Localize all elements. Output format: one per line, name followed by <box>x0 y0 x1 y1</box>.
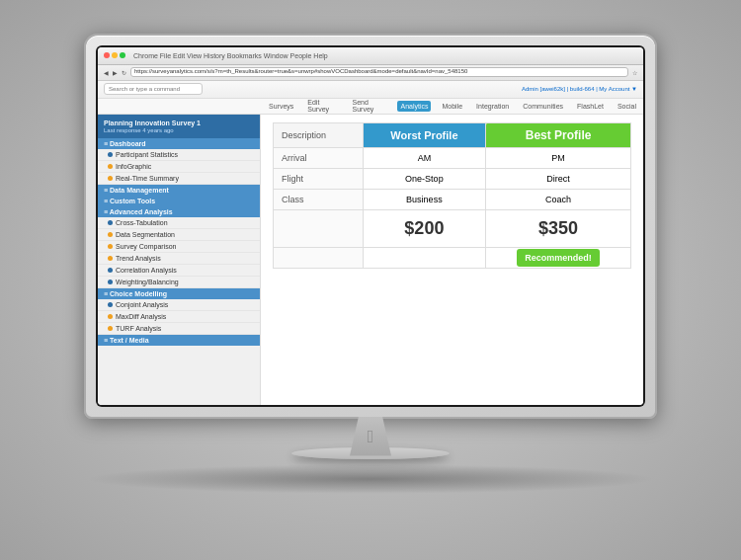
back-icon[interactable]: ◀ <box>104 69 109 76</box>
address-bar: ◀ ▶ ↻ https://surveyanalytics.com/s/s?m=… <box>98 65 643 81</box>
sidebar-item-crosstab[interactable]: Cross-Tabulation <box>98 217 260 229</box>
profiles-table: Description Worst Profile Best Profile A… <box>273 122 631 269</box>
main-area: Planning Innovation Survey 1 Last respon… <box>98 115 643 405</box>
sidebar-label: MaxDiff Analysis <box>116 313 166 320</box>
bullet-icon <box>108 302 113 307</box>
admin-label: Admin [awei62k] | build-664 | My Account… <box>522 86 637 92</box>
sidebar-label: Weighting/Balancing <box>116 279 179 285</box>
sidebar-item-realtime[interactable]: Real-Time Summary <box>98 173 260 185</box>
worst-profile-header: Worst Profile <box>363 122 486 147</box>
forward-icon[interactable]: ▶ <box>113 69 118 76</box>
menu-surveys[interactable]: Surveys <box>266 101 296 112</box>
best-recommended: Recommended! <box>486 247 631 268</box>
sidebar-section-dashboard[interactable]: ≡ Dashboard <box>98 138 260 149</box>
worst-recommended <box>363 247 486 268</box>
bullet-icon <box>108 232 113 237</box>
sidebar-item-maxdiff[interactable]: MaxDiff Analysis <box>98 311 260 323</box>
recommended-row: Recommended! <box>274 247 631 268</box>
menu-social[interactable]: Social <box>615 101 639 112</box>
monitor-bezel: Chrome File Edit View History Bookmarks … <box>84 34 657 419</box>
description-header: Description <box>274 122 364 147</box>
sidebar-item-data-seg[interactable]: Data Segmentation <box>98 229 260 241</box>
arrival-worst: AM <box>363 147 486 168</box>
sidebar-item-weighting[interactable]: Weighting/Balancing <box>98 277 260 288</box>
bullet-icon <box>108 314 113 319</box>
sidebar-label: Data Segmentation <box>116 231 175 238</box>
class-label: Class <box>274 189 364 209</box>
content-area: Description Worst Profile Best Profile A… <box>261 115 643 405</box>
sidebar-label: Correlation Analysis <box>116 267 177 274</box>
menu-analytics[interactable]: Analytics <box>397 101 431 112</box>
url-input[interactable]: https://surveyanalytics.com/s/s?m=th_Res… <box>130 67 628 77</box>
sidebar-item-trend[interactable]: Trend Analysis <box>98 253 260 265</box>
menu-flashlet[interactable]: FlashLet <box>574 101 607 112</box>
chrome-title-label: Chrome File Edit View History Bookmarks … <box>133 52 328 59</box>
window-controls <box>104 52 125 58</box>
bullet-icon <box>108 268 113 273</box>
sidebar-label: Real-Time Summary <box>116 175 179 182</box>
sidebar-section-data-mgmt[interactable]: ≡ Data Management <box>98 185 260 196</box>
sidebar-label: Conjoint Analysis <box>116 301 168 308</box>
apple-logo:  <box>368 427 374 447</box>
monitor: Chrome File Edit View History Bookmarks … <box>64 34 677 527</box>
worst-price: $200 <box>363 209 486 247</box>
sidebar-label: InfoGraphic <box>116 163 151 170</box>
nav-search-input[interactable] <box>104 83 203 95</box>
menu-send-survey[interactable]: Send Survey <box>350 97 390 115</box>
sidebar-section-advanced[interactable]: ≡ Advanced Analysis <box>98 206 260 217</box>
bullet-icon <box>108 256 113 261</box>
class-best: Coach <box>486 189 631 209</box>
sidebar-title: Planning Innovation Survey 1 <box>104 119 254 127</box>
sidebar-item-participant-stats[interactable]: Participant Statistics <box>98 149 260 161</box>
nav-bar: Admin [awei62k] | build-664 | My Account… <box>98 81 643 99</box>
bullet-icon <box>108 176 113 181</box>
maximize-button[interactable] <box>120 52 125 58</box>
sidebar-item-survey-comp[interactable]: Survey Comparison <box>98 241 260 253</box>
screen: Chrome File Edit View History Bookmarks … <box>98 47 643 405</box>
recommended-label-cell <box>274 247 364 268</box>
price-label <box>274 209 364 247</box>
sidebar: Planning Innovation Survey 1 Last respon… <box>98 115 261 405</box>
close-button[interactable] <box>104 52 110 58</box>
top-menu: Surveys Edit Survey Send Survey Analytic… <box>98 99 643 115</box>
bullet-icon <box>108 280 113 284</box>
sidebar-label: Cross-Tabulation <box>116 219 168 226</box>
screen-border: Chrome File Edit View History Bookmarks … <box>96 45 645 407</box>
star-icon[interactable]: ☆ <box>632 69 637 76</box>
price-row: $200 $350 <box>274 209 631 247</box>
flight-best: Direct <box>486 168 631 189</box>
sidebar-label: Participant Statistics <box>116 151 178 158</box>
sidebar-item-correlation[interactable]: Correlation Analysis <box>98 265 260 277</box>
sidebar-header: Planning Innovation Survey 1 Last respon… <box>98 115 260 139</box>
flight-label: Flight <box>274 168 364 189</box>
table-row: Flight One-Stop Direct <box>274 168 631 189</box>
menu-mobile[interactable]: Mobile <box>439 101 465 112</box>
refresh-icon[interactable]: ↻ <box>122 69 126 76</box>
class-worst: Business <box>363 189 486 209</box>
table-row: Arrival AM PM <box>274 147 631 168</box>
sidebar-section-custom[interactable]: ≡ Custom Tools <box>98 196 260 206</box>
sidebar-label: Survey Comparison <box>116 243 176 250</box>
menu-integration[interactable]: Integration <box>473 101 512 112</box>
arrival-label: Arrival <box>274 147 364 168</box>
menu-communities[interactable]: Communities <box>520 101 566 112</box>
menu-edit-survey[interactable]: Edit Survey <box>304 97 341 115</box>
sidebar-subtitle: Last response 4 years ago <box>104 127 254 135</box>
sidebar-label: TURF Analysis <box>116 325 161 332</box>
chrome-bar: Chrome File Edit View History Bookmarks … <box>98 47 643 65</box>
best-profile-header: Best Profile <box>486 122 631 147</box>
bullet-icon <box>108 164 113 169</box>
sidebar-item-conjoint[interactable]: Conjoint Analysis <box>98 299 260 311</box>
bullet-icon <box>108 244 113 249</box>
sidebar-item-turf[interactable]: TURF Analysis <box>98 323 260 335</box>
sidebar-section-choice[interactable]: ≡ Choice Modelling <box>98 288 260 299</box>
minimize-button[interactable] <box>112 52 118 58</box>
flight-worst: One-Stop <box>363 168 486 189</box>
bullet-icon <box>108 326 113 331</box>
best-price: $350 <box>486 209 631 247</box>
sidebar-item-infographic[interactable]: InfoGraphic <box>98 161 260 173</box>
monitor-shadow <box>84 464 657 494</box>
sidebar-section-text[interactable]: ≡ Text / Media <box>98 335 260 346</box>
table-row: Class Business Coach <box>274 189 631 209</box>
bullet-icon <box>108 220 113 225</box>
